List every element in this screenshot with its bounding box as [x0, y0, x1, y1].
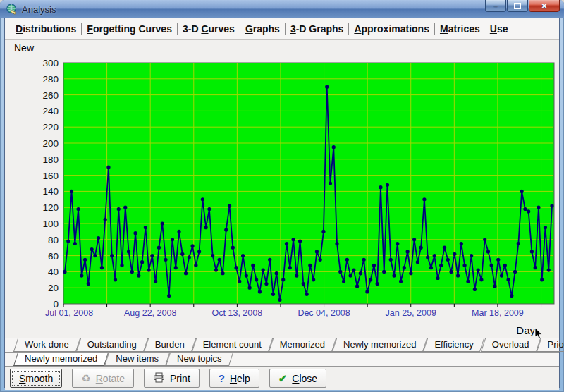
maximize-icon [514, 3, 521, 9]
svg-text:Oct 13, 2008: Oct 13, 2008 [212, 308, 263, 318]
svg-text:160: 160 [42, 171, 59, 181]
svg-text:120: 120 [42, 202, 59, 213]
svg-text:Mar 18, 2009: Mar 18, 2009 [472, 308, 524, 318]
tab-approximations[interactable]: Approximations [349, 21, 434, 37]
bottom-tab-label: Newly memorized [25, 353, 97, 364]
series-label: New [14, 42, 34, 54]
rotate-icon: ♻ [81, 373, 90, 384]
bottom-tab-row-2: Newly memorizedNew itemsNew topics [5, 352, 559, 366]
bottom-tab-work-done[interactable]: Work done [16, 338, 78, 352]
svg-text:240: 240 [42, 106, 59, 116]
bottom-tab-label: Burden [155, 339, 185, 350]
close-button[interactable]: ✔Close [269, 369, 326, 388]
button-label: Rotate [96, 373, 125, 384]
button-label: Close [292, 373, 317, 384]
help-icon: ? [219, 373, 225, 384]
svg-text:Jan 25, 2009: Jan 25, 2009 [386, 308, 436, 318]
bottom-tab-label: Newly memorized [343, 339, 416, 350]
tab-distributions[interactable]: Distributions [11, 21, 81, 37]
tab-separator [529, 23, 529, 35]
button-label: Help [230, 373, 250, 384]
bottom-tab-label: Priorities missed [548, 339, 564, 350]
button-bar: Smooth♻RotatePrint?Help✔Close [5, 366, 559, 390]
bottom-tab-label: New items [116, 353, 159, 364]
tab-3-d-graphs[interactable]: 3-D Graphs [286, 21, 348, 37]
svg-text:220: 220 [42, 122, 59, 133]
close-button[interactable]: ✕ [529, 0, 560, 12]
svg-text:Dec 04, 2008: Dec 04, 2008 [298, 308, 350, 318]
bottom-tab-new-topics[interactable]: New topics [168, 353, 231, 366]
print-button[interactable]: Print [144, 369, 200, 388]
printer-icon [153, 372, 165, 384]
button-label: Smooth [19, 373, 53, 384]
top-tab-bar: DistributionsForgetting Curves3-D Curves… [5, 18, 559, 40]
bottom-tab-memorized[interactable]: Memorized [271, 338, 334, 352]
bottom-tab-newly-memorized[interactable]: Newly memorized [334, 338, 425, 352]
help-button[interactable]: ?Help [209, 369, 259, 388]
tab-use[interactable]: Use [485, 21, 513, 37]
tab-forgetting-curves[interactable]: Forgetting Curves [82, 21, 177, 37]
svg-text:Jul 01, 2008: Jul 01, 2008 [45, 308, 93, 318]
svg-text:100: 100 [42, 219, 59, 229]
analysis-window: Analysis – ✕ DistributionsForgetting Cur… [0, 0, 564, 392]
use-chart[interactable]: 0204060801001201401601802002202402602803… [5, 59, 559, 322]
svg-text:180: 180 [42, 154, 59, 165]
tab-3-d-curves[interactable]: 3-D Curves [178, 21, 240, 37]
tab-graphs[interactable]: Graphs [240, 21, 285, 37]
bottom-tab-label: Efficiency [434, 339, 473, 350]
bottom-tab-label: Work done [25, 339, 69, 350]
chart-panel: New 020406080100120140160180200220240260… [5, 40, 559, 338]
titlebar[interactable]: Analysis – ✕ [0, 0, 564, 18]
tab-matrices[interactable]: Matrices [435, 21, 485, 37]
bottom-tab-label: Element count [203, 339, 262, 350]
window-controls: – ✕ [485, 0, 560, 12]
svg-text:280: 280 [42, 74, 59, 85]
mouse-cursor [534, 327, 543, 340]
bottom-tab-newly-memorized[interactable]: Newly memorized [16, 353, 106, 366]
bottom-tab-burden[interactable]: Burden [146, 338, 194, 352]
check-icon: ✔ [278, 373, 288, 384]
analysis-icon [6, 4, 18, 15]
rotate-button[interactable]: ♻Rotate [72, 369, 134, 388]
bottom-tab-label: Outstanding [87, 339, 137, 350]
smooth-button[interactable]: Smooth [10, 369, 62, 388]
svg-text:20: 20 [48, 283, 59, 293]
bottom-tab-priorities-missed[interactable]: Priorities missed [539, 338, 564, 352]
svg-text:Aug 22, 2008: Aug 22, 2008 [124, 308, 176, 318]
bottom-tab-new-items[interactable]: New items [106, 353, 168, 366]
x-axis-title: Day [516, 324, 535, 336]
svg-text:40: 40 [48, 267, 59, 277]
bottom-tab-label: New topics [177, 353, 222, 364]
bottom-tab-overload[interactable]: Overload [483, 338, 539, 352]
maximize-button[interactable] [507, 0, 528, 12]
minimize-button[interactable]: – [485, 0, 506, 12]
button-label: Print [170, 373, 190, 384]
svg-text:80: 80 [48, 235, 59, 245]
bottom-tab-efficiency[interactable]: Efficiency [425, 338, 482, 352]
bottom-tab-outstanding[interactable]: Outstanding [78, 338, 146, 352]
svg-text:200: 200 [42, 138, 59, 149]
svg-text:60: 60 [48, 251, 59, 262]
window-title: Analysis [22, 4, 56, 15]
bottom-tab-label: Overload [492, 339, 529, 350]
bottom-tab-element-count[interactable]: Element count [194, 338, 271, 352]
svg-text:300: 300 [42, 59, 59, 68]
bottom-tab-label: Memorized [280, 339, 325, 350]
client-area: DistributionsForgetting Curves3-D Curves… [5, 18, 559, 387]
svg-text:140: 140 [42, 186, 59, 197]
bottom-tab-row-1: Work doneOutstandingBurdenElement countM… [5, 338, 559, 352]
svg-text:260: 260 [42, 90, 59, 101]
